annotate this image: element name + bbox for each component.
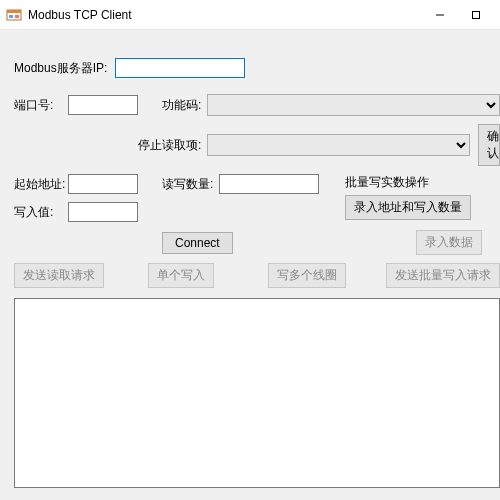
minimize-button[interactable] <box>422 1 458 29</box>
rw-count-input[interactable] <box>219 174 319 194</box>
connect-button[interactable]: Connect <box>162 232 233 254</box>
client-area: Modbus服务器IP: 端口号: 功能码: 停止读取项: 确认 起始地址: 写… <box>0 30 500 500</box>
label-func-code: 功能码: <box>162 97 201 114</box>
label-server-ip: Modbus服务器IP: <box>14 60 107 77</box>
record-data-button[interactable]: 录入数据 <box>416 230 482 255</box>
single-write-button[interactable]: 单个写入 <box>148 263 214 288</box>
label-port: 端口号: <box>14 97 64 114</box>
titlebar: Modbus TCP Client <box>0 0 500 30</box>
write-coils-button[interactable]: 写多个线圈 <box>268 263 346 288</box>
stop-read-select[interactable] <box>207 134 470 156</box>
send-read-req-button[interactable]: 发送读取请求 <box>14 263 104 288</box>
func-code-select[interactable] <box>207 94 500 116</box>
label-write-val: 写入值: <box>14 204 68 221</box>
server-ip-input[interactable] <box>115 58 245 78</box>
svg-rect-3 <box>15 15 19 18</box>
record-addr-count-button[interactable]: 录入地址和写入数量 <box>345 195 471 220</box>
label-stop-read: 停止读取项: <box>138 137 201 154</box>
start-addr-input[interactable] <box>68 174 138 194</box>
label-rw-count: 读写数量: <box>162 176 213 193</box>
window-controls <box>422 1 494 29</box>
confirm-button[interactable]: 确认 <box>478 124 500 166</box>
svg-rect-1 <box>7 10 21 13</box>
output-textarea[interactable] <box>14 298 500 488</box>
write-val-input[interactable] <box>68 202 138 222</box>
label-start-addr: 起始地址: <box>14 176 68 193</box>
maximize-button[interactable] <box>458 1 494 29</box>
send-batch-write-button[interactable]: 发送批量写入请求 <box>386 263 500 288</box>
svg-rect-5 <box>473 11 480 18</box>
window-title: Modbus TCP Client <box>28 8 422 22</box>
batch-section-title: 批量写实数操作 <box>345 174 429 191</box>
port-input[interactable] <box>68 95 138 115</box>
app-icon <box>6 7 22 23</box>
svg-rect-2 <box>9 15 13 18</box>
